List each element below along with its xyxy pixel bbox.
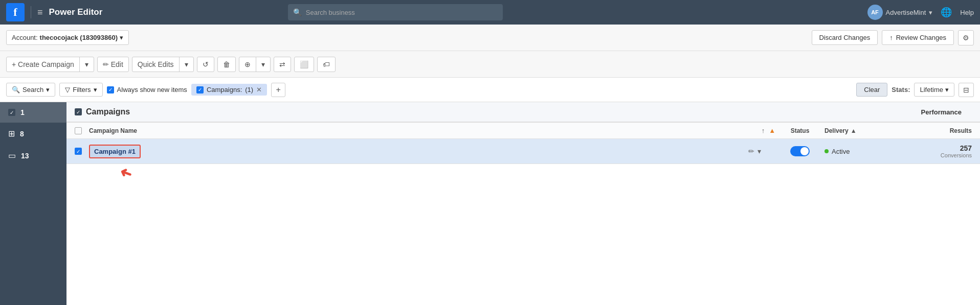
create-campaign-dropdown[interactable]: ▾ bbox=[80, 57, 94, 72]
col-name-header: Campaign Name bbox=[89, 127, 758, 134]
filter-bar: 🔍 Search ▾ ▽ Filters ▾ ✓ Always show new… bbox=[0, 78, 980, 102]
delivery-sort-icon[interactable]: ▲ bbox=[851, 127, 857, 134]
campaigns-count: 1 bbox=[20, 108, 25, 116]
edit-group: ✏ Edit bbox=[97, 57, 129, 72]
account-dropdown-arrow: ▾ bbox=[120, 34, 123, 41]
col-check-header bbox=[75, 127, 85, 134]
nav-divider bbox=[31, 6, 31, 18]
performance-label: Performance bbox=[870, 108, 972, 116]
add-tag-button[interactable]: + bbox=[271, 83, 285, 97]
results-count: 257 bbox=[890, 144, 972, 152]
account-selector[interactable]: Account: thecocojack (183093860) ▾ bbox=[6, 30, 129, 45]
results-type: Conversions bbox=[890, 152, 972, 158]
edit-row-icon[interactable]: ✏ bbox=[748, 147, 754, 155]
filter-right: Clear Stats: Lifetime ▾ ⊟ bbox=[856, 83, 974, 97]
tag-group: 🏷 bbox=[317, 57, 336, 72]
account-name: AdvertiseMint bbox=[886, 9, 926, 16]
table-row: ✓ Campaign #1 ➜ ✏ ▾ Active bbox=[66, 139, 980, 164]
row-results: 257 Conversions bbox=[890, 144, 972, 158]
nav-right: AF AdvertiseMint ▾ 🌐 Help bbox=[867, 5, 974, 20]
table-select-all-check[interactable]: ✓ bbox=[75, 108, 82, 115]
table-area: ✓ Campaigns Performance Campaign Name ↑ … bbox=[66, 102, 980, 305]
col-results-header: Results bbox=[890, 127, 972, 134]
delete-button[interactable]: 🗑 bbox=[218, 57, 235, 72]
nav-title: Power Editor bbox=[49, 7, 103, 17]
ads-count: 13 bbox=[21, 152, 29, 160]
search-icon: 🔍 bbox=[293, 8, 302, 16]
help-link[interactable]: Help bbox=[960, 9, 974, 16]
columns-button[interactable]: ⊟ bbox=[959, 83, 974, 97]
row-checkbox[interactable]: ✓ bbox=[75, 148, 82, 155]
row-checkbox-area: ✓ bbox=[75, 148, 85, 155]
delete-group: 🗑 bbox=[217, 57, 236, 72]
toolbar1-right: Discard Changes ↑ Review Changes ⚙ bbox=[812, 30, 974, 45]
toggle-knob bbox=[800, 147, 809, 155]
create-campaign-group: + Create Campaign ▾ bbox=[6, 57, 94, 72]
duplicate-button[interactable]: ⊕ bbox=[239, 57, 256, 72]
campaigns-tag-check: ✓ bbox=[196, 86, 204, 93]
campaign-name-box: Campaign #1 bbox=[89, 145, 141, 158]
row-status bbox=[779, 146, 820, 156]
export-group: ⇄ bbox=[274, 57, 291, 72]
review-changes-button[interactable]: ↑ Review Changes bbox=[882, 30, 954, 45]
account-area[interactable]: AF AdvertiseMint ▾ bbox=[867, 5, 933, 20]
sidebar-item-adsets[interactable]: ⊞ 8 bbox=[0, 123, 66, 145]
status-toggle[interactable] bbox=[790, 146, 810, 156]
top-nav: f ≡ Power Editor 🔍 AF AdvertiseMint ▾ 🌐 … bbox=[0, 0, 980, 25]
quick-edits-button[interactable]: Quick Edits bbox=[132, 57, 180, 72]
facebook-logo: f bbox=[6, 3, 25, 21]
row-delivery: Active bbox=[825, 148, 886, 155]
main-content: ✓ 1 ⊞ 8 ▭ 13 ✓ Campaigns Performance Cam… bbox=[0, 102, 980, 305]
clear-button[interactable]: Clear bbox=[856, 83, 887, 97]
sort-up-icon[interactable]: ↑ bbox=[762, 127, 765, 134]
toolbar2: + Create Campaign ▾ ✏ Edit Quick Edits ▾… bbox=[0, 51, 980, 78]
sort-warning-icon[interactable]: ▲ bbox=[769, 127, 775, 134]
filters-dropdown-icon: ▾ bbox=[94, 86, 97, 93]
filters-button[interactable]: ▽ Filters ▾ bbox=[59, 83, 102, 97]
search-dropdown-icon: ▾ bbox=[46, 86, 50, 93]
search-bar: 🔍 bbox=[288, 4, 503, 20]
campaigns-check-icon: ✓ bbox=[8, 109, 15, 116]
header-checkbox[interactable] bbox=[75, 127, 82, 134]
globe-icon[interactable]: 🌐 bbox=[941, 7, 952, 18]
lifetime-button[interactable]: Lifetime ▾ bbox=[914, 83, 954, 97]
lifetime-dropdown-icon: ▾ bbox=[945, 86, 949, 93]
create-campaign-button[interactable]: + Create Campaign bbox=[7, 57, 80, 72]
settings-button[interactable]: ⚙ bbox=[958, 30, 974, 45]
table-title: Campaigns bbox=[86, 107, 130, 116]
row-dropdown-icon[interactable]: ▾ bbox=[758, 147, 761, 155]
duplicate-dropdown[interactable]: ▾ bbox=[256, 57, 270, 72]
account-selector-name: thecocojack (183093860) bbox=[40, 34, 118, 41]
account-dropdown-icon[interactable]: ▾ bbox=[929, 9, 932, 16]
search-input[interactable] bbox=[306, 9, 498, 16]
undo-group: ↺ bbox=[197, 57, 214, 72]
always-show-checkbox[interactable]: ✓ bbox=[107, 86, 114, 93]
toolbar1: Account: thecocojack (183093860) ▾ Disca… bbox=[0, 25, 980, 51]
search-icon: 🔍 bbox=[12, 86, 20, 93]
quick-edits-dropdown[interactable]: ▾ bbox=[180, 57, 193, 72]
adsets-icon: ⊞ bbox=[8, 129, 15, 138]
ads-icon: ▭ bbox=[8, 151, 16, 160]
import-button[interactable]: ⬜ bbox=[295, 57, 314, 72]
col-headers: Campaign Name ↑ ▲ Status Delivery ▲ Resu… bbox=[66, 123, 980, 139]
duplicate-group: ⊕ ▾ bbox=[239, 57, 271, 72]
export-button[interactable]: ⇄ bbox=[274, 57, 291, 72]
always-show-label[interactable]: ✓ Always show new items bbox=[107, 86, 187, 93]
import-group: ⬜ bbox=[294, 57, 314, 72]
adsets-count: 8 bbox=[20, 130, 24, 138]
sidebar-item-campaigns[interactable]: ✓ 1 bbox=[0, 102, 66, 123]
undo-button[interactable]: ↺ bbox=[197, 57, 214, 72]
tag-button[interactable]: 🏷 bbox=[318, 57, 335, 72]
stats-label: Stats: bbox=[892, 86, 910, 93]
discard-changes-button[interactable]: Discard Changes bbox=[812, 30, 878, 45]
campaigns-tag-close[interactable]: ✕ bbox=[256, 86, 262, 93]
edit-button[interactable]: ✏ Edit bbox=[98, 57, 128, 72]
sidebar-item-ads[interactable]: ▭ 13 bbox=[0, 145, 66, 167]
left-sidebar: ✓ 1 ⊞ 8 ▭ 13 bbox=[0, 102, 66, 305]
hamburger-icon[interactable]: ≡ bbox=[37, 7, 43, 18]
arrow-indicator: ➜ bbox=[117, 163, 134, 183]
search-button[interactable]: 🔍 Search ▾ bbox=[6, 83, 55, 97]
col-status-header: Status bbox=[779, 127, 820, 134]
account-label: Account: bbox=[12, 34, 38, 41]
col-delivery-header: Delivery ▲ bbox=[825, 127, 886, 134]
